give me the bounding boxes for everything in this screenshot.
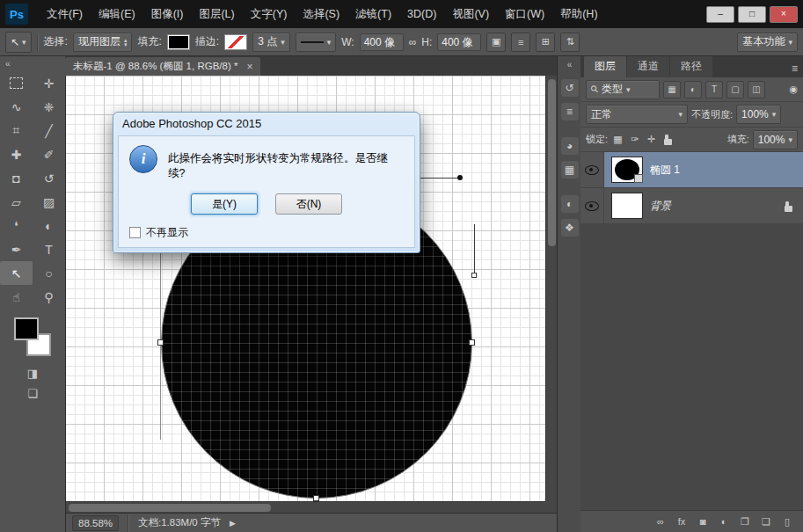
blend-mode-dropdown[interactable]: 正常 ▾ — [586, 105, 688, 124]
menu-image[interactable]: 图像(I) — [143, 0, 192, 28]
tab-paths[interactable]: 路径 — [670, 55, 712, 77]
dodge-tool[interactable]: ◐ — [33, 214, 65, 237]
visibility-cell[interactable] — [580, 188, 604, 223]
eyedropper-tool[interactable]: ╱ — [33, 119, 65, 142]
stroke-width-dropdown[interactable]: 3 点 ▾ — [252, 33, 290, 52]
rectangular-marquee-tool[interactable] — [0, 71, 33, 95]
path-alignment-button[interactable]: ≡ — [511, 33, 530, 52]
blur-tool[interactable]: ❛ — [0, 214, 33, 237]
path-arrange-button[interactable]: ⊞ — [536, 33, 555, 52]
menu-select[interactable]: 选择(S) — [295, 0, 347, 28]
filter-smart-objects-icon[interactable]: ◫ — [748, 81, 765, 98]
menu-view[interactable]: 视图(V) — [444, 0, 497, 28]
extras-toggle-button[interactable]: ⇅ — [560, 33, 580, 52]
filter-type-layers-icon[interactable]: T — [705, 81, 723, 98]
menu-help[interactable]: 帮助(H) — [552, 0, 605, 28]
zoom-level-field[interactable]: 88.58% — [72, 515, 119, 531]
link-layers-icon[interactable]: ∞ — [650, 516, 671, 527]
filter-toggle-icon[interactable]: ◉ — [789, 84, 798, 95]
gradient-tool[interactable]: ▨ — [33, 190, 65, 214]
layer-mask-icon[interactable]: ◙ — [692, 516, 713, 527]
lock-all-icon[interactable] — [664, 139, 672, 145]
fill-opacity-dropdown[interactable]: 100% ▾ — [753, 130, 798, 149]
link-dimensions-icon[interactable]: ∞ — [409, 36, 417, 48]
lasso-tool[interactable]: ∿ — [0, 95, 33, 119]
shape-width-field[interactable]: 400 像 — [360, 33, 404, 51]
zoom-tool[interactable]: ⚲ — [33, 285, 65, 309]
layer-thumbnail[interactable] — [611, 157, 643, 183]
pen-tool[interactable]: ✒ — [0, 237, 33, 261]
anchor-point-bottom[interactable] — [313, 495, 319, 501]
panel-menu-button[interactable]: ≡ — [792, 62, 798, 77]
filter-shape-layers-icon[interactable]: ▢ — [726, 81, 744, 98]
move-tool[interactable]: ✛ — [33, 71, 65, 95]
color-panel-icon[interactable]: ◕ — [561, 137, 579, 155]
transform-handle[interactable] — [471, 273, 477, 278]
delete-layer-icon[interactable]: ▯ — [777, 516, 798, 528]
adjustments-panel-icon[interactable]: ◐ — [561, 195, 579, 213]
layer-row-background[interactable]: 背景 — [580, 188, 803, 224]
tab-channels[interactable]: 通道 — [627, 55, 669, 77]
menu-file[interactable]: 文件(F) — [39, 0, 91, 28]
maximize-button[interactable]: □ — [738, 6, 766, 23]
healing-brush-tool[interactable]: ✚ — [0, 142, 33, 166]
properties-panel-icon[interactable]: ≡ — [561, 103, 579, 120]
layer-name[interactable]: 背景 — [650, 199, 671, 214]
path-selection-tool[interactable]: ↖ — [0, 261, 33, 285]
document-tab[interactable]: 未标题-1 @ 88.6% (椭圆 1, RGB/8) * × — [65, 57, 260, 76]
stroke-style-dropdown[interactable]: ▾ — [296, 33, 337, 52]
menu-type[interactable]: 文字(Y) — [243, 0, 296, 28]
shape-height-field[interactable]: 400 像 — [437, 33, 481, 51]
menu-3d[interactable]: 3D(D) — [399, 0, 444, 28]
screen-mode-button[interactable]: ❏ — [27, 387, 38, 400]
horizontal-scrollbar-thumb[interactable] — [69, 504, 271, 512]
clone-stamp-tool[interactable]: ◘ — [0, 166, 33, 190]
eye-icon[interactable] — [585, 201, 599, 211]
dialog-title[interactable]: Adobe Photoshop CC 2015 — [113, 113, 420, 135]
guide-end-dot[interactable] — [457, 175, 463, 180]
stroke-swatch[interactable] — [224, 34, 247, 50]
styles-panel-icon[interactable]: ❖ — [561, 219, 579, 237]
eye-icon[interactable] — [585, 165, 599, 175]
tab-close-icon[interactable]: × — [246, 61, 252, 73]
lock-position-icon[interactable]: ✛ — [645, 134, 658, 145]
crop-tool[interactable]: ⌗ — [0, 119, 33, 142]
filter-adjustment-layers-icon[interactable]: ◐ — [684, 81, 702, 98]
no-button[interactable]: 否(N) — [275, 193, 342, 215]
quick-selection-tool[interactable]: ❈ — [33, 95, 65, 119]
opacity-dropdown[interactable]: 100% ▾ — [736, 105, 781, 124]
lock-pixels-icon[interactable]: ✑ — [628, 134, 641, 145]
eraser-tool[interactable]: ▱ — [0, 190, 33, 214]
filter-type-dropdown[interactable]: ⚲ 类型 ▾ — [586, 80, 660, 99]
expand-dock-button[interactable]: « — [567, 56, 573, 73]
fill-swatch[interactable] — [167, 34, 190, 50]
status-expand-button[interactable]: ▶ — [230, 519, 236, 528]
new-layer-icon[interactable]: ❏ — [756, 516, 777, 528]
menu-window[interactable]: 窗口(W) — [497, 0, 552, 28]
ellipse-tool[interactable]: ○ — [33, 261, 65, 285]
adjustment-layer-icon[interactable]: ◐ — [713, 516, 734, 527]
filter-pixel-layers-icon[interactable]: ▦ — [663, 81, 681, 98]
workspace-switcher[interactable]: 基本功能 ▾ — [737, 33, 798, 52]
history-panel-icon[interactable]: ↺ — [561, 79, 579, 97]
menu-filter[interactable]: 滤镜(T) — [347, 0, 399, 28]
yes-button[interactable]: 是(Y) — [191, 193, 258, 215]
anchor-point-right[interactable] — [469, 339, 475, 346]
hand-tool[interactable]: ☝ — [0, 285, 33, 309]
layer-thumbnail[interactable] — [611, 193, 643, 219]
vertical-scrollbar-thumb[interactable] — [548, 79, 556, 246]
brush-tool[interactable]: ✐ — [33, 142, 65, 166]
quick-mask-button[interactable]: ◨ — [27, 367, 38, 380]
anchor-point-left[interactable] — [157, 339, 164, 346]
tool-preset-picker[interactable]: ↖ ▾ — [5, 32, 32, 53]
close-button[interactable]: × — [770, 6, 798, 23]
type-tool[interactable]: T — [33, 237, 65, 261]
path-operations-button[interactable]: ▣ — [486, 33, 506, 52]
dont-show-checkbox[interactable] — [129, 227, 141, 238]
horizontal-scrollbar[interactable] — [65, 501, 545, 514]
collapse-toolbar-button[interactable]: « — [0, 56, 65, 71]
minimize-button[interactable]: – — [706, 6, 734, 23]
layer-row-ellipse[interactable]: 椭圆 1 — [580, 152, 803, 188]
tab-layers[interactable]: 图层 — [584, 55, 626, 77]
swatches-panel-icon[interactable]: ▦ — [561, 161, 579, 179]
